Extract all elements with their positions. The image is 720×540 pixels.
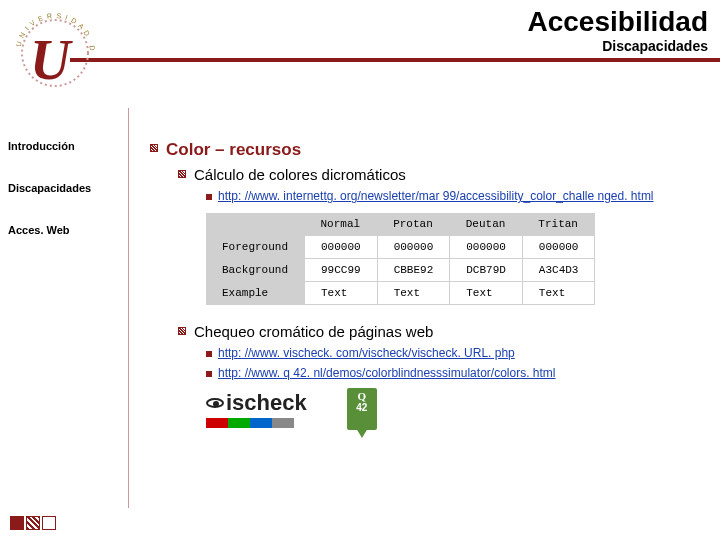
q42-logo: Q 42 (347, 388, 377, 430)
bullet-icon (206, 351, 212, 357)
main-content: Color – recursos Cálculo de colores dicr… (150, 140, 710, 430)
col-protan: Protan (377, 213, 450, 236)
cell: CBBE92 (377, 259, 450, 282)
eye-icon (206, 398, 224, 408)
sidebar: Introducción Discapacidades Acces. Web (8, 140, 128, 266)
cell: 99CC99 (305, 259, 378, 282)
footer-square-hatched (26, 516, 40, 530)
header-divider (70, 58, 720, 62)
vischeck-logo: ischeck (206, 390, 307, 428)
sidebar-item-intro[interactable]: Introducción (8, 140, 128, 152)
sidebar-item-acces-web[interactable]: Acces. Web (8, 224, 128, 236)
color-table: Normal Protan Deutan Tritan Foreground 0… (206, 213, 710, 305)
cell: Text (522, 282, 595, 305)
vertical-divider (128, 108, 129, 508)
col-normal: Normal (305, 213, 378, 236)
item-calculo: Cálculo de colores dicromáticos (194, 166, 406, 183)
cell: DCB79D (450, 259, 523, 282)
color-bar-green (228, 418, 250, 428)
cell: 000000 (522, 236, 595, 259)
footer-square-solid (10, 516, 24, 530)
cell: Text (377, 282, 450, 305)
cell: 000000 (305, 236, 378, 259)
footer-square-empty (42, 516, 56, 530)
link-q42[interactable]: http: //www. q 42. nl/demos/colorblindne… (218, 366, 555, 380)
cell: A3C4D3 (522, 259, 595, 282)
cell: 000000 (377, 236, 450, 259)
row-example: Example (206, 282, 305, 305)
section-heading: Color – recursos (166, 140, 301, 160)
col-deutan: Deutan (450, 213, 523, 236)
row-background: Background (206, 259, 305, 282)
bullet-icon (206, 371, 212, 377)
color-bar-gray (272, 418, 294, 428)
bullet-icon (150, 144, 158, 152)
bullet-icon (178, 170, 186, 178)
color-bar-red (206, 418, 228, 428)
col-tritan: Tritan (522, 213, 595, 236)
item-chequeo: Chequeo cromático de páginas web (194, 323, 433, 340)
logo-letter: U (30, 32, 70, 88)
row-foreground: Foreground (206, 236, 305, 259)
cell: 000000 (450, 236, 523, 259)
vischeck-text: ischeck (226, 390, 307, 416)
cell: Text (450, 282, 523, 305)
university-logo: U N I V E R S I D A D D E U (8, 6, 108, 106)
q42-q: Q (347, 390, 377, 402)
q42-num: 42 (347, 402, 377, 413)
cell: Text (305, 282, 378, 305)
link-vischeck[interactable]: http: //www. vischeck. com/vischeck/visc… (218, 346, 515, 360)
bullet-icon (206, 194, 212, 200)
sidebar-item-discapacidades[interactable]: Discapacidades (8, 182, 128, 194)
footer-squares (10, 516, 56, 530)
bullet-icon (178, 327, 186, 335)
link-internettg[interactable]: http: //www. internettg. org/newsletter/… (218, 189, 654, 203)
color-bar-blue (250, 418, 272, 428)
